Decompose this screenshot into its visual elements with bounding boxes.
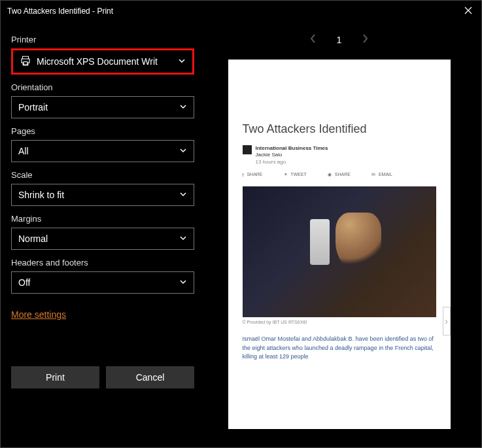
margins-value: Normal	[18, 233, 179, 244]
page-number: 1	[337, 35, 342, 45]
article-image	[243, 186, 436, 317]
pages-select[interactable]: All	[11, 140, 194, 162]
printer-select[interactable]: Microsoft XPS Document Writ	[11, 48, 194, 75]
chevron-down-icon	[179, 146, 187, 156]
image-credit: © Provided by IBT US RTS6X8I	[243, 320, 436, 324]
share-generic[interactable]: ◉ SHARE	[328, 172, 351, 177]
page-preview: Two Attackers Identified International B…	[228, 60, 451, 429]
window-title: Two Attackers Identified - Print	[7, 7, 113, 16]
publisher-badge	[243, 145, 252, 154]
headers-footers-label: Headers and footers	[11, 258, 194, 267]
author-name: Jackie Salo	[256, 152, 328, 158]
orientation-select[interactable]: Portrait	[11, 96, 194, 118]
share-email[interactable]: ✉ EMAIL	[371, 172, 392, 177]
scale-value: Shrink to fit	[18, 190, 179, 200]
chevron-down-icon	[179, 233, 187, 244]
margins-select[interactable]: Normal	[11, 228, 194, 250]
printer-icon	[20, 55, 31, 69]
orientation-value: Portrait	[18, 102, 179, 112]
next-image-icon[interactable]: ›	[443, 307, 451, 336]
article-title: Two Attackers Identified	[243, 122, 436, 136]
headers-footers-value: Off	[18, 277, 179, 288]
next-page-icon[interactable]	[361, 33, 369, 46]
share-tweet[interactable]: ✶ TWEET	[284, 172, 307, 177]
share-facebook[interactable]: f SHARE	[243, 172, 263, 177]
more-settings-link[interactable]: More settings	[11, 309, 66, 320]
printer-value: Microsoft XPS Document Writ	[37, 56, 178, 67]
publisher-block: International Business Times Jackie Salo…	[256, 145, 328, 165]
scale-select[interactable]: Shrink to fit	[11, 184, 194, 206]
headers-footers-select[interactable]: Off	[11, 271, 194, 294]
publish-time: 13 hours ago	[256, 159, 328, 165]
print-settings-panel: Printer Microsoft XPS Document Writ Orie…	[11, 27, 194, 437]
article-body: Ismaël Omar Mostefai and Abbdulakbak B. …	[243, 335, 436, 362]
chevron-down-icon	[179, 102, 187, 112]
chevron-down-icon	[179, 277, 187, 288]
publisher-name: International Business Times	[256, 145, 328, 152]
margins-label: Margins	[11, 214, 194, 224]
scale-label: Scale	[11, 170, 194, 180]
prev-page-icon[interactable]	[309, 33, 317, 46]
share-row: f SHARE ✶ TWEET ◉ SHARE ✉ EMAIL	[243, 172, 436, 177]
orientation-label: Orientation	[11, 82, 194, 92]
preview-column: 1 Two Attackers Identified International…	[207, 27, 471, 437]
chevron-down-icon	[179, 190, 187, 200]
chevron-down-icon	[178, 56, 186, 67]
page-pager: 1	[309, 27, 370, 53]
close-icon[interactable]	[462, 6, 475, 16]
printer-label: Printer	[11, 35, 194, 44]
pages-value: All	[18, 146, 179, 156]
cancel-button[interactable]: Cancel	[106, 366, 194, 388]
print-button[interactable]: Print	[11, 366, 99, 388]
pages-label: Pages	[11, 126, 194, 136]
